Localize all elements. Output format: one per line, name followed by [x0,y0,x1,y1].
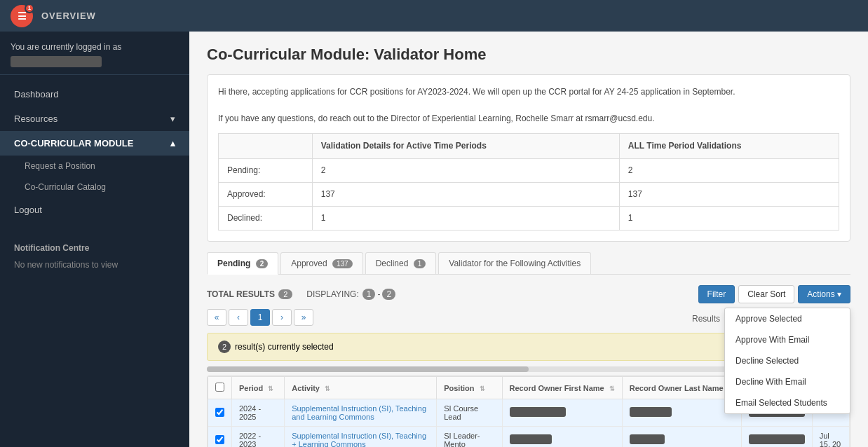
row2-checkbox[interactable] [215,435,224,444]
login-info: You are currently logged in as [0,32,189,75]
tab-pending-badge: 2 [256,259,269,268]
results-overlay-label: Results [692,314,720,324]
username-redacted [11,56,102,67]
chevron-up-icon: ▴ [170,138,175,149]
row2-last-name-redacted [630,434,665,444]
tabs-row: Pending 2 Approved 137 Declined 1 Valida… [207,252,850,275]
row2-r [741,427,812,447]
period-sort-icon: ⇅ [268,385,273,392]
row1-last-name [622,399,741,427]
row1-first-name-redacted [510,407,566,417]
menu-icon[interactable]: ☰ 1 [11,5,33,27]
vtable-declined-all: 1 [619,207,839,231]
total-count-badge: 2 [278,289,292,299]
no-notifications: No new notifications to view [0,256,189,273]
dropdown-decline-with-email[interactable]: Decline With Email [725,371,850,392]
dropdown-approve-with-email[interactable]: Approve With Email [725,329,850,350]
row1-first-name [502,399,622,427]
row2-first-name [502,427,622,447]
table-scrollbar-thumb-top [207,366,529,372]
vtable-col0 [219,133,313,158]
tab-approved-badge: 137 [332,259,353,268]
tab-approved[interactable]: Approved 137 [280,252,362,274]
topbar-title: OVERVIEW [41,11,96,21]
table-header-last-name[interactable]: Record Owner Last Name ⇅ [622,377,741,399]
sidebar-item-co-curricular-module[interactable]: CO-CURRICULAR MODULE ▴ [0,131,189,156]
row1-checkbox[interactable] [215,408,224,417]
vtable-col2: ALL Time Period Validations [619,133,839,158]
row2-position: SI Leader- Mento [437,427,502,447]
vtable-col1: Validation Details for Active Time Perio… [312,133,619,158]
tab-activities[interactable]: Validator for the Following Activities [438,252,591,274]
sidebar: You are currently logged in as Dashboard… [0,32,189,447]
vtable-pending-label: Pending: [219,158,313,182]
results-toolbar: TOTAL RESULTS 2 DISPLAYING: 1 - 2 Filter… [207,285,850,303]
notification-centre-heading: Notification Centre [0,236,189,256]
dropdown-approve-selected[interactable]: Approve Selected [725,308,850,329]
clear-sort-button[interactable]: Clear Sort [738,285,794,303]
toolbar-buttons: Filter Clear Sort Actions ▾ Results Appr… [698,285,850,303]
table-header-first-name[interactable]: Record Owner First Name ⇅ [502,377,622,399]
main-layout: You are currently logged in as Dashboard… [0,32,868,447]
vtable-approved-all: 137 [619,182,839,206]
sidebar-item-resources[interactable]: Resources ▾ [0,106,189,131]
page-first[interactable]: « [207,309,226,326]
results-info: TOTAL RESULTS 2 DISPLAYING: 1 - 2 [207,289,395,300]
info-line1: Hi there, accepting applications for CCR… [218,85,839,99]
row2-activity: Supplemental Instruction (SI), Teaching … [285,427,437,447]
selected-text: result(s) currently selected [235,342,334,352]
table-header-position[interactable]: Position ⇅ [437,377,502,399]
topbar: ☰ 1 OVERVIEW [0,0,868,32]
table-header-period[interactable]: Period ⇅ [232,377,285,399]
table-header-checkbox [208,377,232,399]
page-next[interactable]: › [272,309,292,326]
actions-button[interactable]: Actions ▾ [798,285,850,303]
row2-last-name [622,427,741,447]
tab-declined-badge: 1 [414,259,426,268]
sidebar-item-dashboard[interactable]: Dashboard [0,82,189,106]
page-to: 2 [382,289,395,300]
select-all-checkbox[interactable] [215,383,224,392]
row1-activity-link[interactable]: Supplemental Instruction (SI), Teaching … [292,404,426,421]
row1-last-name-redacted [630,407,672,417]
sidebar-sub-co-curricular-catalog[interactable]: Co-Curricular Catalog [0,177,189,198]
vtable-declined-label: Declined: [219,207,313,231]
actions-dropdown-arrow: ▾ [837,289,841,299]
page-prev[interactable]: ‹ [229,309,248,326]
filter-button[interactable]: Filter [698,285,735,303]
page-from: 1 [362,289,376,300]
row2-r-redacted [749,434,805,444]
sidebar-nav: Dashboard Resources ▾ CO-CURRICULAR MODU… [0,82,189,222]
page-last[interactable]: » [294,309,313,326]
validation-summary-table: Validation Details for Active Time Perio… [218,133,839,231]
page-title: Co-Curricular Module: Validator Home [207,46,850,64]
row2-activity-link[interactable]: Supplemental Instruction (SI), Teaching … [292,432,426,447]
tab-declined[interactable]: Declined 1 [365,252,437,274]
vtable-pending-all: 2 [619,158,839,182]
dropdown-email-students[interactable]: Email Selected Students [725,392,850,413]
first-name-sort-icon: ⇅ [609,385,615,392]
displaying-label: DISPLAYING: [306,289,358,299]
info-box: Hi there, accepting applications for CCR… [207,74,850,242]
sidebar-item-logout[interactable]: Logout [0,198,189,222]
vtable-approved-label: Approved: [219,182,313,206]
info-line2: If you have any questions, do reach out … [218,112,839,125]
selected-count: 2 [218,341,231,353]
vtable-pending-active: 2 [312,158,619,182]
row1-checkbox-cell [208,399,232,427]
sidebar-sub-request-position[interactable]: Request a Position [0,156,189,177]
tab-pending[interactable]: Pending 2 [207,252,278,275]
table-row: 2022 - 2023 Supplemental Instruction (SI… [208,427,850,447]
actions-dropdown-menu: Results Approve Selected Approve With Em… [724,308,850,414]
row2-period: 2022 - 2023 [232,427,285,447]
logged-in-label: You are currently logged in as [11,42,179,52]
dropdown-decline-selected[interactable]: Decline Selected [725,350,850,371]
row1-period: 2024 - 2025 [232,399,285,427]
total-results-label: TOTAL RESULTS [207,289,275,299]
row2-first-name-redacted [510,434,552,444]
row2-date: Jul 15, 20 [812,427,849,447]
chevron-down-icon: ▾ [170,114,175,124]
table-header-activity[interactable]: Activity ⇅ [285,377,437,399]
notification-badge: 1 [25,4,34,13]
page-current[interactable]: 1 [250,309,270,326]
